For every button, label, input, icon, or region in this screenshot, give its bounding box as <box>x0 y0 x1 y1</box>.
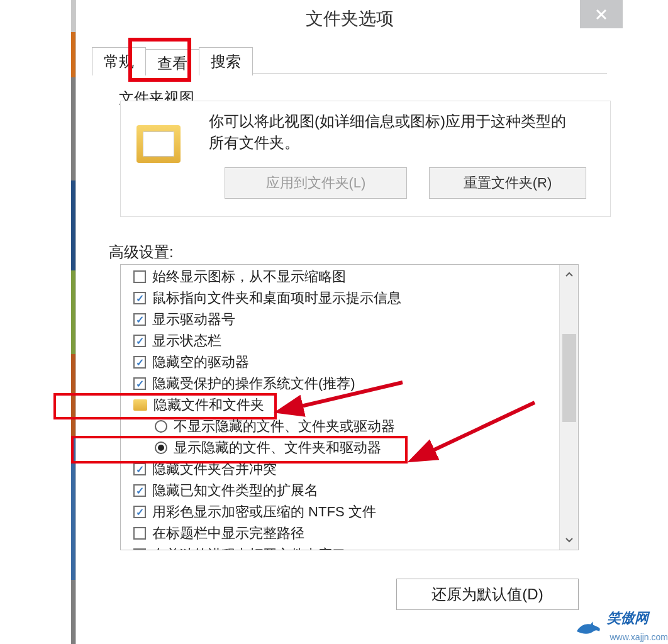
checkbox-icon[interactable]: ✓ <box>133 484 146 497</box>
checkbox-icon[interactable]: ✓ <box>133 463 146 475</box>
radio-icon[interactable] <box>155 420 167 433</box>
folder-view-group: 你可以将此视图(如详细信息或图标)应用于这种类型的所有文件夹。 应用到文件夹(L… <box>120 101 611 217</box>
option-label: 隐藏空的驱动器 <box>152 353 249 372</box>
checkbox-icon[interactable]: ✓ <box>133 377 146 390</box>
watermark-name: 笑傲网 <box>607 610 649 626</box>
option-label: 显示驱动器号 <box>152 310 235 329</box>
shark-icon <box>574 615 603 638</box>
tab-strip: 常规 查看 搜索 <box>92 47 252 75</box>
watermark: 笑傲网 www.xajjn.com <box>574 609 668 644</box>
checkbox-icon[interactable]: ✓ <box>133 506 146 518</box>
checkbox-option-13[interactable]: 在单独的进程中打开文件夹窗口 <box>133 544 559 550</box>
option-label: 不显示隐藏的文件、文件夹或驱动器 <box>174 417 395 436</box>
option-label: 隐藏文件和文件夹 <box>153 396 264 414</box>
window-title: 文件夹选项 <box>306 7 394 31</box>
hidden-files-group: 隐藏文件和文件夹 <box>133 394 559 416</box>
checkbox-option-9[interactable]: ✓隐藏文件夹合并冲突 <box>133 458 559 480</box>
apply-to-folders-button[interactable]: 应用到文件夹(L) <box>225 167 407 199</box>
radio-icon[interactable] <box>155 441 167 454</box>
radio-option-7[interactable]: 不显示隐藏的文件、文件夹或驱动器 <box>155 416 559 437</box>
tab-general[interactable]: 常规 <box>92 47 146 75</box>
chevron-down-icon <box>565 538 573 543</box>
checkbox-option-4[interactable]: ✓隐藏空的驱动器 <box>133 352 559 373</box>
close-button[interactable] <box>580 0 623 28</box>
checkbox-icon[interactable]: ✓ <box>133 335 146 347</box>
scroll-down-button[interactable] <box>560 531 579 550</box>
checkbox-icon[interactable]: ✓ <box>133 313 146 326</box>
advanced-settings-label: 高级设置: <box>109 242 174 262</box>
option-label: 在单独的进程中打开文件夹窗口 <box>152 545 346 550</box>
option-label: 始终显示图标，从不显示缩略图 <box>152 267 346 286</box>
reset-folders-button[interactable]: 重置文件夹(R) <box>429 167 586 199</box>
option-label: 在标题栏中显示完整路径 <box>152 524 304 543</box>
left-decorative-strip <box>0 0 75 644</box>
folder-icon <box>133 399 147 411</box>
checkbox-option-2[interactable]: ✓显示驱动器号 <box>133 309 559 330</box>
checkbox-option-0[interactable]: 始终显示图标，从不显示缩略图 <box>133 266 559 287</box>
scrollbar[interactable] <box>559 265 578 550</box>
checkbox-option-12[interactable]: 在标题栏中显示完整路径 <box>133 523 559 544</box>
checkbox-icon[interactable] <box>133 548 146 550</box>
checkbox-icon[interactable] <box>133 270 146 283</box>
option-label: 鼠标指向文件夹和桌面项时显示提示信息 <box>152 289 401 308</box>
option-label: 隐藏已知文件类型的扩展名 <box>152 481 318 500</box>
tab-search[interactable]: 搜索 <box>199 47 253 75</box>
chevron-up-icon <box>565 272 573 277</box>
radio-option-8[interactable]: 显示隐藏的文件、文件夹和驱动器 <box>155 437 559 458</box>
option-label: 显示状态栏 <box>152 331 221 350</box>
checkbox-option-5[interactable]: ✓隐藏受保护的操作系统文件(推荐) <box>133 373 559 394</box>
advanced-settings-list: 始终显示图标，从不显示缩略图✓鼠标指向文件夹和桌面项时显示提示信息✓显示驱动器号… <box>120 264 579 550</box>
checkbox-option-10[interactable]: ✓隐藏已知文件类型的扩展名 <box>133 480 559 501</box>
title-bar: 文件夹选项 <box>76 0 623 38</box>
checkbox-icon[interactable]: ✓ <box>133 356 146 369</box>
close-icon <box>595 8 608 21</box>
scroll-up-button[interactable] <box>560 265 579 284</box>
folder-view-description: 你可以将此视图(如详细信息或图标)应用于这种类型的所有文件夹。 <box>209 111 580 153</box>
checkbox-option-1[interactable]: ✓鼠标指向文件夹和桌面项时显示提示信息 <box>133 287 559 309</box>
restore-defaults-button[interactable]: 还原为默认值(D) <box>396 579 579 610</box>
option-label: 隐藏文件夹合并冲突 <box>152 460 277 479</box>
option-label: 显示隐藏的文件、文件夹和驱动器 <box>174 438 381 457</box>
option-label: 隐藏受保护的操作系统文件(推荐) <box>152 374 355 393</box>
checkbox-option-11[interactable]: ✓用彩色显示加密或压缩的 NTFS 文件 <box>133 501 559 523</box>
folder-view-icon <box>136 125 181 163</box>
folder-options-dialog: 文件夹选项 常规 查看 搜索 文件夹视图 你可以将此视图(如详细信息或图标)应用… <box>75 0 623 644</box>
checkbox-icon[interactable] <box>133 527 146 540</box>
option-label: 用彩色显示加密或压缩的 NTFS 文件 <box>152 502 376 521</box>
checkbox-option-3[interactable]: ✓显示状态栏 <box>133 330 559 352</box>
watermark-url: www.xajjn.com <box>610 632 668 642</box>
checkbox-icon[interactable]: ✓ <box>133 292 146 304</box>
scroll-thumb[interactable] <box>562 334 576 422</box>
tab-view[interactable]: 查看 <box>145 49 199 75</box>
